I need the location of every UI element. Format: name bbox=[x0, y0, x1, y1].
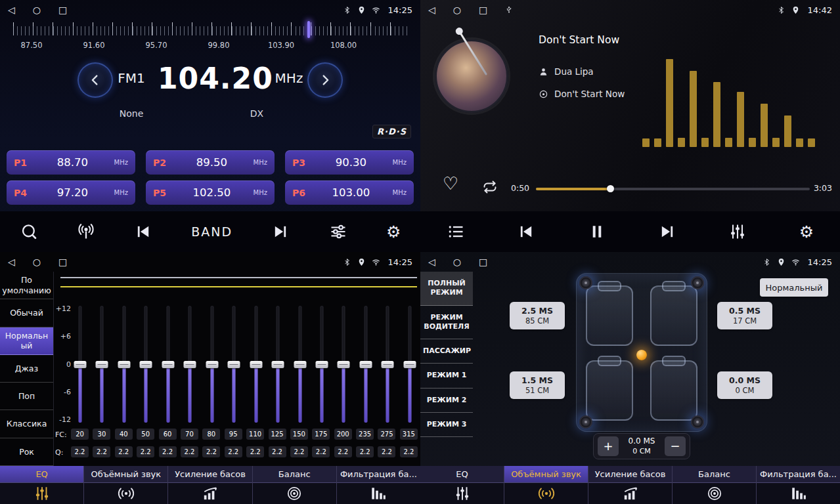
eq-slider-handle[interactable] bbox=[184, 361, 196, 368]
progress-bar[interactable] bbox=[536, 188, 810, 190]
recents-button[interactable]: □ bbox=[479, 5, 487, 14]
delay-increase-button[interactable]: + bbox=[598, 436, 619, 456]
back-button[interactable]: ◁ bbox=[8, 257, 15, 266]
eq-slider-handle[interactable] bbox=[338, 361, 350, 368]
eq-band-slider[interactable] bbox=[381, 306, 394, 423]
eq-preset-item[interactable]: По умолчанию bbox=[0, 272, 53, 299]
tab-balance[interactable]: Баланс bbox=[673, 466, 757, 504]
eq-band-slider[interactable] bbox=[294, 306, 307, 423]
eq-preset-item[interactable]: Нормальный bbox=[0, 327, 53, 355]
eq-band-slider[interactable] bbox=[403, 306, 416, 423]
eq-band-slider[interactable] bbox=[162, 306, 175, 423]
eq-slider-handle[interactable] bbox=[403, 361, 416, 368]
mixer-faders-icon[interactable] bbox=[728, 222, 747, 241]
antenna-broadcast-icon[interactable] bbox=[77, 222, 95, 241]
sound-mode-item[interactable]: РЕЖИМ ВОДИТЕЛЯ bbox=[420, 306, 473, 340]
radio-preset-button[interactable]: P188.70MHz bbox=[7, 150, 135, 175]
radio-preset-button[interactable]: P5102.50MHz bbox=[146, 180, 275, 205]
speaker-front-left-icon[interactable] bbox=[579, 276, 592, 289]
normal-preset-button[interactable]: Нормальный bbox=[760, 278, 828, 297]
eq-slider-handle[interactable] bbox=[294, 361, 306, 368]
scan-icon[interactable] bbox=[20, 222, 38, 241]
recents-button[interactable]: □ bbox=[479, 257, 487, 266]
tab-balance[interactable]: Баланс bbox=[253, 466, 337, 504]
recents-button[interactable]: □ bbox=[58, 257, 67, 266]
eq-slider-handle[interactable] bbox=[74, 361, 87, 368]
previous-station-icon[interactable] bbox=[134, 222, 152, 241]
eq-slider-handle[interactable] bbox=[272, 361, 284, 368]
eq-slider-handle[interactable] bbox=[118, 361, 130, 368]
previous-track-icon[interactable] bbox=[517, 222, 535, 241]
eq-preset-item[interactable]: Обычай bbox=[0, 299, 53, 327]
eq-slider-handle[interactable] bbox=[140, 361, 152, 368]
recents-button[interactable]: □ bbox=[58, 5, 67, 14]
radio-preset-button[interactable]: P390.30MHz bbox=[285, 150, 414, 175]
home-button[interactable]: ○ bbox=[453, 5, 461, 14]
repeat-icon[interactable] bbox=[482, 179, 498, 195]
eq-preset-item[interactable]: Поп bbox=[0, 383, 53, 410]
speaker-front-right-icon[interactable] bbox=[691, 276, 704, 289]
eq-slider-handle[interactable] bbox=[162, 361, 174, 368]
eq-preset-item[interactable]: Классика bbox=[0, 410, 53, 438]
listening-position-ball[interactable] bbox=[636, 350, 647, 360]
tab-eq[interactable]: EQ bbox=[0, 466, 84, 504]
tab-filter[interactable]: Фильтрация ба... bbox=[757, 466, 840, 504]
audio-settings-icon[interactable] bbox=[329, 222, 347, 241]
delay-button-front-right[interactable]: 0.5 MS 17 CM bbox=[717, 302, 772, 329]
radio-preset-button[interactable]: P497.20MHz bbox=[7, 180, 135, 205]
progress-knob[interactable] bbox=[607, 185, 614, 192]
eq-slider-handle[interactable] bbox=[382, 361, 394, 368]
playlist-icon[interactable] bbox=[447, 222, 465, 241]
back-button[interactable]: ◁ bbox=[428, 257, 435, 266]
home-button[interactable]: ○ bbox=[453, 257, 461, 266]
eq-slider-handle[interactable] bbox=[359, 361, 372, 368]
eq-band-slider[interactable] bbox=[271, 306, 284, 423]
delay-button-rear-left[interactable]: 1.5 MS 51 CM bbox=[510, 371, 565, 399]
next-station-icon[interactable] bbox=[271, 222, 290, 241]
eq-slider-handle[interactable] bbox=[228, 361, 240, 368]
eq-band-slider[interactable] bbox=[337, 306, 350, 423]
eq-preset-item[interactable]: Рок bbox=[0, 438, 53, 466]
eq-band-slider[interactable] bbox=[139, 306, 152, 423]
radio-preset-button[interactable]: P6103.00MHz bbox=[285, 180, 414, 205]
eq-slider-handle[interactable] bbox=[315, 361, 328, 368]
eq-band-slider[interactable] bbox=[74, 306, 87, 423]
eq-band-slider[interactable] bbox=[359, 306, 372, 423]
delay-button-rear-right[interactable]: 0.0 MS 0 CM bbox=[717, 371, 772, 399]
eq-band-slider[interactable] bbox=[183, 306, 196, 423]
home-button[interactable]: ○ bbox=[33, 5, 41, 14]
sound-mode-item[interactable]: ПОЛНЫЙ РЕЖИМ bbox=[420, 272, 473, 306]
eq-band-slider[interactable] bbox=[250, 306, 263, 423]
next-track-icon[interactable] bbox=[658, 222, 676, 241]
eq-band-slider[interactable] bbox=[206, 306, 219, 423]
tune-down-button[interactable] bbox=[77, 62, 113, 98]
home-button[interactable]: ○ bbox=[33, 257, 41, 266]
tab-surround[interactable]: Объёмный звук bbox=[504, 466, 588, 504]
tab-bass-boost[interactable]: Усиление басов bbox=[588, 466, 673, 504]
sound-mode-item[interactable]: РЕЖИМ 1 bbox=[420, 364, 473, 388]
tab-filter[interactable]: Фильтрация ба... bbox=[337, 466, 420, 504]
frequency-scale[interactable]: 87.5091.6095.7099.80103.90108.00 bbox=[0, 21, 420, 54]
eq-band-slider[interactable] bbox=[95, 306, 108, 423]
gear-icon[interactable]: ⚙ bbox=[386, 224, 401, 240]
eq-band-slider[interactable] bbox=[315, 306, 328, 423]
favorite-heart-icon[interactable]: ♡ bbox=[443, 175, 458, 192]
radio-preset-button[interactable]: P289.50MHz bbox=[146, 150, 275, 175]
pause-icon[interactable] bbox=[588, 222, 606, 241]
sound-mode-item[interactable]: РЕЖИМ 3 bbox=[420, 413, 473, 437]
back-button[interactable]: ◁ bbox=[428, 5, 435, 14]
eq-preset-item[interactable]: Джаз bbox=[0, 355, 53, 383]
back-button[interactable]: ◁ bbox=[8, 5, 15, 14]
speaker-rear-right-icon[interactable] bbox=[691, 415, 704, 429]
delay-decrease-button[interactable]: − bbox=[665, 436, 686, 456]
tune-up-button[interactable] bbox=[307, 62, 343, 98]
eq-band-slider[interactable] bbox=[118, 306, 131, 423]
eq-slider-handle[interactable] bbox=[206, 361, 218, 368]
tab-eq[interactable]: EQ bbox=[420, 466, 504, 504]
tab-surround[interactable]: Объёмный звук bbox=[84, 466, 168, 504]
eq-slider-handle[interactable] bbox=[96, 361, 108, 368]
band-button[interactable]: BAND bbox=[191, 224, 232, 239]
speaker-rear-left-icon[interactable] bbox=[579, 415, 592, 429]
eq-band-slider[interactable] bbox=[227, 306, 240, 423]
tab-bass-boost[interactable]: Усиление басов bbox=[168, 466, 252, 504]
